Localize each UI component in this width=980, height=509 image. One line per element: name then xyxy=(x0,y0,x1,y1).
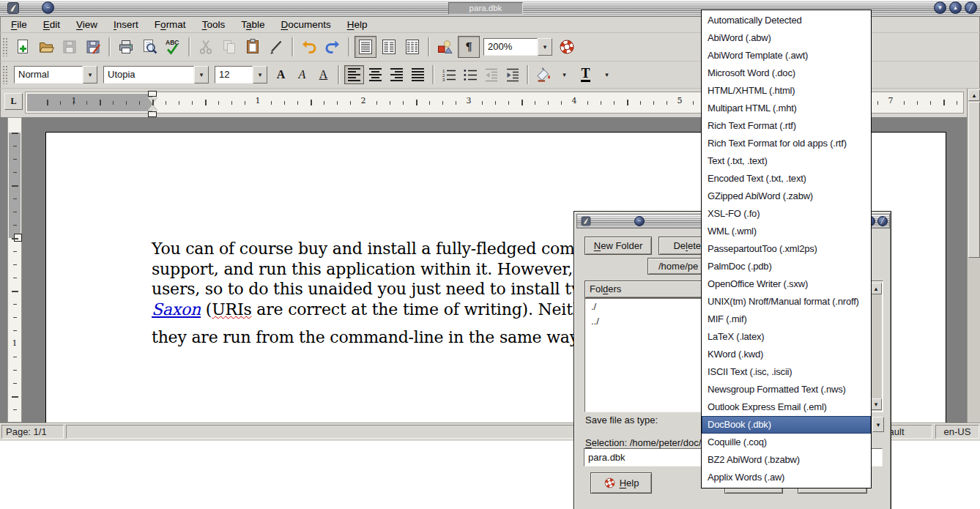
spellcheck-button[interactable]: ABC xyxy=(162,36,184,58)
font-color-button[interactable]: T xyxy=(576,65,595,84)
left-indent-square-marker[interactable] xyxy=(148,111,157,117)
format-option[interactable]: Microsoft Word (.doc) xyxy=(702,64,871,82)
indent-button[interactable] xyxy=(502,65,522,84)
format-option[interactable]: AbiWord Template (.awt) xyxy=(702,47,871,64)
font-combo-value[interactable]: Utopia xyxy=(103,66,194,83)
undo-button[interactable] xyxy=(298,36,320,58)
menu-format[interactable]: Format xyxy=(146,17,194,32)
numbered-list-button[interactable]: 123 xyxy=(439,65,459,84)
print-preview-button[interactable] xyxy=(138,36,160,58)
format-option[interactable]: Encoded Text (.txt, .text) xyxy=(702,170,871,187)
format-option[interactable]: MIF (.mif) xyxy=(702,311,871,328)
format-option[interactable]: KWord (.kwd) xyxy=(702,346,871,363)
format-option[interactable]: Automatically Detected xyxy=(702,12,871,29)
window-title-text: para.dbk xyxy=(469,4,502,12)
format-option[interactable]: UNIX(tm) Nroff/Manual format (.nroff) xyxy=(702,293,871,311)
italic-button[interactable]: A xyxy=(292,65,312,84)
format-option[interactable]: LaTeX (.latex) xyxy=(702,328,871,346)
zoom-combo-arrow[interactable]: ▾ xyxy=(538,38,552,56)
format-option[interactable]: XSL-FO (.fo) xyxy=(702,205,871,223)
dialog-close-button[interactable]: ╱ xyxy=(877,216,888,226)
format-option[interactable]: PassepartoutToo (.xml2ps) xyxy=(702,240,871,258)
format-option[interactable]: Multipart HTML (.mht) xyxy=(702,100,871,117)
bold-button[interactable]: A xyxy=(271,65,291,84)
menu-view[interactable]: View xyxy=(68,17,105,32)
align-justify-button[interactable] xyxy=(408,65,428,84)
format-option[interactable]: Coquille (.coq) xyxy=(702,434,871,451)
shade-button[interactable]: ▾ xyxy=(934,1,946,14)
files-scroll-up-button[interactable]: ▴ xyxy=(870,283,882,294)
vertical-scrollbar[interactable]: ▴ ▾ xyxy=(967,89,980,440)
menu-table[interactable]: Table xyxy=(233,17,272,32)
align-left-button[interactable] xyxy=(344,65,364,84)
view-2columns-button[interactable] xyxy=(378,36,400,58)
menu-tools[interactable]: Tools xyxy=(194,17,234,32)
files-scroll-down-button[interactable]: ▾ xyxy=(870,398,882,410)
format-option[interactable]: ISCII Text (.isc, .iscii) xyxy=(702,363,871,381)
style-combo-value[interactable]: Normal xyxy=(14,66,83,83)
dialog-minimize-button[interactable]: − xyxy=(634,216,645,226)
style-combo-arrow[interactable]: ▾ xyxy=(83,66,97,83)
toolbar-grip[interactable] xyxy=(2,37,7,56)
insert-symbol-button[interactable] xyxy=(434,36,456,58)
format-option[interactable]: GZipped AbiWord (.zabw) xyxy=(702,187,871,205)
menu-insert[interactable]: Insert xyxy=(105,17,146,32)
view-3columns-icon xyxy=(404,38,421,56)
new-folder-button[interactable]: New Folder xyxy=(584,237,652,255)
close-button[interactable]: ╱ xyxy=(965,1,977,14)
menu-documents[interactable]: Documents xyxy=(272,17,338,32)
format-option[interactable]: HTML/XHTML (.html) xyxy=(702,82,871,100)
files-scrollbar[interactable]: ▴ ▾ xyxy=(870,282,882,411)
format-option[interactable]: Outlook Express Email (.eml) xyxy=(702,398,871,416)
format-option[interactable]: Rich Text Format for old apps (.rtf) xyxy=(702,135,871,152)
fill-color-button[interactable] xyxy=(533,65,553,84)
pen-button[interactable] xyxy=(265,36,287,58)
format-option[interactable]: Applix Words (.aw) xyxy=(702,469,871,486)
pilcrow-button[interactable]: ¶ xyxy=(458,36,480,58)
fill-color-dropdown-button[interactable]: ▾ xyxy=(554,65,574,84)
print-button[interactable] xyxy=(115,36,137,58)
help-button[interactable]: Help xyxy=(590,472,652,494)
format-option[interactable]: AbiWord (.abw) xyxy=(702,29,871,47)
document-text: You can of course buy and install a full… xyxy=(152,239,593,347)
file-type-dropdown-button[interactable]: ▾ xyxy=(872,417,884,432)
format-option[interactable]: WML (.wml) xyxy=(702,223,871,240)
window-menu-button[interactable]: − xyxy=(42,1,54,14)
menu-file[interactable]: File xyxy=(3,17,35,32)
save-as-button[interactable] xyxy=(82,36,104,58)
help-lifebuoy-button[interactable] xyxy=(556,36,578,58)
align-right-button[interactable] xyxy=(387,65,407,84)
open-folder-button[interactable] xyxy=(35,36,57,58)
tab-selector-button[interactable]: L xyxy=(4,93,23,110)
bullet-list-button[interactable] xyxy=(460,65,480,84)
paste-button[interactable] xyxy=(242,36,264,58)
font-color-dropdown-button[interactable]: ▾ xyxy=(597,65,617,84)
format-option[interactable]: PalmDoc (.pdb) xyxy=(702,258,871,275)
toolbar-grip[interactable] xyxy=(2,65,7,84)
underline-button[interactable]: A xyxy=(313,65,333,84)
font-combo-arrow[interactable]: ▾ xyxy=(194,66,209,83)
menu-edit[interactable]: Edit xyxy=(35,17,68,32)
maximize-button[interactable]: ▴ xyxy=(949,1,962,14)
language-indicator[interactable]: en-US xyxy=(935,425,979,439)
format-option[interactable]: Newsgroup Formatted Text (.nws) xyxy=(702,381,871,398)
hyperlink[interactable]: Saxon xyxy=(152,300,201,319)
scrollbar-thumb[interactable] xyxy=(968,102,980,258)
align-center-button[interactable] xyxy=(365,65,385,84)
menu-help[interactable]: Help xyxy=(339,17,376,32)
font-size-combo-arrow[interactable]: ▾ xyxy=(253,66,267,83)
format-option[interactable]: Text (.txt, .text) xyxy=(702,152,871,170)
format-option[interactable]: BZ2 AbiWord (.bzabw) xyxy=(702,451,871,469)
new-document-button[interactable] xyxy=(12,36,34,58)
scroll-up-button[interactable]: ▴ xyxy=(968,89,980,101)
redo-button[interactable] xyxy=(322,36,344,58)
view-3columns-button[interactable] xyxy=(401,36,423,58)
bullet-list-icon xyxy=(463,67,478,82)
format-option[interactable]: DocBook (.dbk) xyxy=(702,416,871,434)
format-option[interactable]: OpenOffice Writer (.sxw) xyxy=(702,275,871,293)
font-size-combo-value[interactable]: 12 xyxy=(215,66,253,83)
format-option[interactable]: Rich Text Format (.rtf) xyxy=(702,117,871,135)
zoom-combo-value[interactable]: 200% xyxy=(483,38,538,56)
view-1column-button[interactable] xyxy=(354,36,376,58)
first-line-indent-marker[interactable] xyxy=(148,91,157,97)
